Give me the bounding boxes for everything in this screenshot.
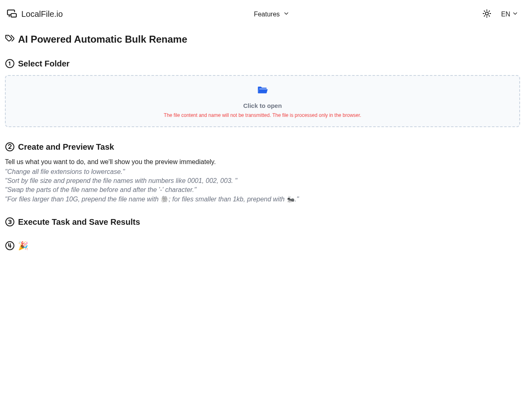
- example-3: "Swap the parts of the file name before …: [5, 186, 520, 194]
- header-right: EN: [481, 7, 518, 21]
- step-2-title: Create and Preview Task: [5, 142, 520, 152]
- svg-point-1: [485, 12, 488, 15]
- tags-icon: [5, 33, 15, 46]
- example-1: "Change all file extensions to lowercase…: [5, 168, 520, 176]
- step-1-section: Select Folder Click to open The file con…: [5, 59, 520, 127]
- step-3-section: Execute Task and Save Results: [5, 217, 520, 227]
- svg-line-8: [484, 16, 484, 16]
- dropzone-sub-text: The file content and name will not be tr…: [164, 112, 361, 118]
- folder-open-icon: [254, 84, 271, 98]
- step-1-title-text: Select Folder: [18, 59, 70, 68]
- monitor-icon: [7, 8, 17, 21]
- theme-toggle-button[interactable]: [481, 7, 493, 21]
- header: LocalFile.io Features: [0, 0, 525, 28]
- step-2-section: Create and Preview Task Tell us what you…: [5, 142, 520, 203]
- svg-rect-0: [11, 14, 16, 17]
- step-4-title: 🎉: [5, 241, 520, 251]
- svg-line-5: [489, 16, 489, 16]
- step-4-title-text: 🎉: [18, 241, 28, 251]
- svg-line-9: [489, 11, 489, 11]
- brand-logo[interactable]: LocalFile.io: [7, 8, 63, 21]
- number-2-icon: [5, 142, 15, 152]
- features-label: Features: [254, 11, 280, 18]
- chevron-down-icon: [283, 10, 290, 18]
- number-3-icon: [5, 217, 15, 227]
- example-2: "Sort by file size and prepend the file …: [5, 177, 520, 185]
- features-menu[interactable]: Features: [254, 10, 290, 18]
- page-title-text: AI Powered Automatic Bulk Rename: [18, 34, 187, 45]
- folder-dropzone[interactable]: Click to open The file content and name …: [5, 75, 520, 127]
- svg-line-4: [484, 11, 484, 11]
- chevron-down-icon: [512, 10, 518, 18]
- dropzone-main-text: Click to open: [243, 102, 282, 109]
- step-1-title: Select Folder: [5, 59, 520, 68]
- sun-icon: [482, 9, 491, 19]
- language-label: EN: [501, 11, 510, 18]
- step-2-title-text: Create and Preview Task: [18, 142, 114, 152]
- number-1-icon: [5, 59, 15, 68]
- brand-name: LocalFile.io: [21, 9, 63, 19]
- step-3-title: Execute Task and Save Results: [5, 217, 520, 227]
- number-4-icon: [5, 241, 15, 251]
- main-content: AI Powered Automatic Bulk Rename Select …: [0, 33, 525, 251]
- page-title: AI Powered Automatic Bulk Rename: [5, 33, 520, 46]
- step-4-section: 🎉: [5, 241, 520, 251]
- step-3-title-text: Execute Task and Save Results: [18, 217, 140, 227]
- example-4: "For files larger than 10G, prepend the …: [5, 195, 520, 203]
- language-selector[interactable]: EN: [501, 10, 518, 18]
- step-2-description: Tell us what you want to do, and we'll s…: [5, 158, 520, 166]
